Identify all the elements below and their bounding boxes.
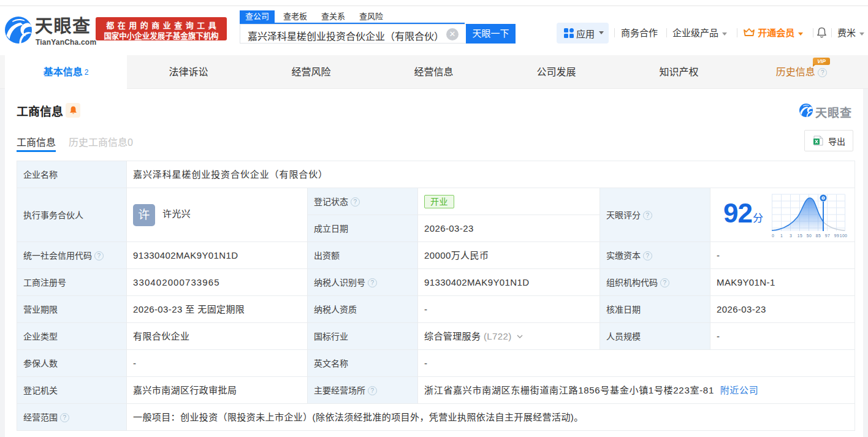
svg-text:97: 97 — [825, 234, 830, 238]
svg-text:1: 1 — [780, 234, 783, 238]
svg-text:0: 0 — [772, 234, 774, 238]
svg-text:50: 50 — [807, 234, 812, 238]
svg-text:15: 15 — [798, 234, 802, 238]
svg-text:100: 100 — [840, 234, 848, 238]
svg-text:99: 99 — [834, 234, 839, 238]
svg-text:3: 3 — [790, 234, 792, 238]
svg-text:85: 85 — [816, 234, 821, 238]
